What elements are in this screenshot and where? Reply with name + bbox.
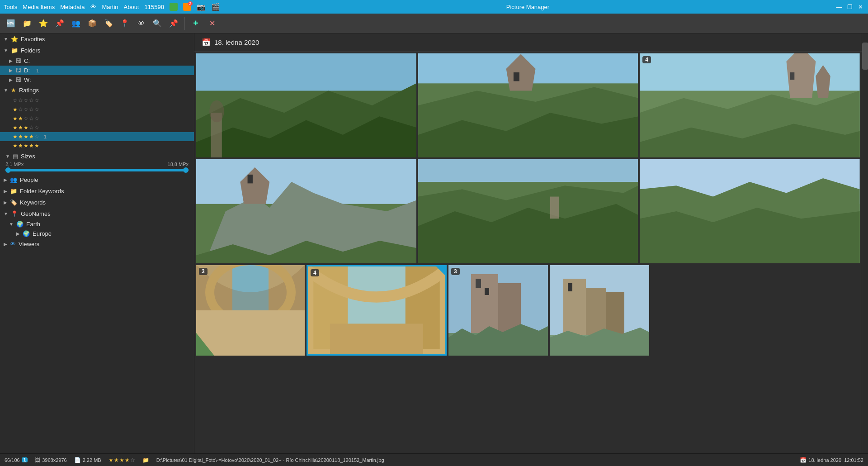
- folder-w-icon: 🖫: [15, 76, 21, 83]
- photo-9[interactable]: 3: [448, 265, 548, 356]
- photo-row-2: [196, 159, 860, 263]
- europe-label: Europe: [33, 230, 52, 237]
- color-box-green[interactable]: [170, 3, 178, 11]
- ratings-arrow: ▼: [4, 88, 8, 93]
- close-sidebar-button[interactable]: ✕: [205, 16, 219, 31]
- date-icon: 📅: [800, 457, 807, 463]
- add-button[interactable]: +: [189, 16, 203, 31]
- photo-6[interactable]: [640, 159, 860, 263]
- folders-section[interactable]: ▼ 📁 Folders: [0, 45, 194, 56]
- photo-10[interactable]: [550, 265, 649, 356]
- kw-label: Keywords: [20, 199, 46, 206]
- right-scrollbar-thumb[interactable]: [862, 43, 868, 70]
- earth-icon: 🌍: [16, 221, 24, 228]
- photo-3[interactable]: 4: [640, 53, 860, 157]
- icon-film[interactable]: 📷: [197, 3, 206, 11]
- count-badge: 115598: [144, 4, 164, 10]
- geo-label: GeoNames: [21, 210, 51, 217]
- statusbar-count: 66/106 1: [5, 457, 28, 463]
- color-box-orange[interactable]: 2: [183, 3, 191, 11]
- sizes-label: Sizes: [21, 153, 35, 160]
- geonames-section[interactable]: ▼ 📍 GeoNames: [0, 208, 194, 219]
- rating-0[interactable]: ☆☆☆☆☆: [0, 96, 194, 105]
- pin-button[interactable]: 📌: [52, 16, 67, 31]
- svg-rect-17: [790, 72, 795, 80]
- folder-keywords-section[interactable]: ▶ 📁 Folder Keywords: [0, 185, 194, 197]
- earth-label: Earth: [26, 221, 40, 228]
- folder-button[interactable]: 📁: [20, 16, 34, 31]
- menu-martin[interactable]: Martin: [102, 4, 118, 10]
- geo-europe[interactable]: ▶ 🌍 Europe: [0, 229, 194, 238]
- rating-1[interactable]: ★☆☆☆☆: [0, 105, 194, 114]
- people-button[interactable]: 👥: [69, 16, 83, 31]
- photo-4[interactable]: [196, 159, 416, 263]
- viewers-icon: 👁: [10, 241, 16, 247]
- folder-d-icon: 🖫: [15, 67, 21, 74]
- fkw-label: Folder Keywords: [20, 188, 64, 195]
- geo-earth[interactable]: ▼ 🌍 Earth: [0, 219, 194, 229]
- rating-3[interactable]: ★★★☆☆: [0, 123, 194, 132]
- photo-8[interactable]: 4: [307, 265, 447, 356]
- slider-thumb-left[interactable]: [5, 167, 11, 173]
- statusbar-dimensions: 🖼 3968x2976: [35, 457, 66, 463]
- menu-tools[interactable]: Tools: [4, 4, 17, 10]
- toolbar: 🆕 📁 ⭐ 📌 👥 📦 🏷️ 📍 👁 🔍 📌 + ✕: [0, 14, 868, 33]
- location-button[interactable]: 📍: [118, 16, 132, 31]
- menu-about[interactable]: About: [124, 4, 139, 10]
- menu-media[interactable]: Media Items: [23, 4, 55, 10]
- ratings-section[interactable]: ▼ ★ Ratings: [0, 85, 194, 96]
- search-button[interactable]: 🔍: [150, 16, 165, 31]
- size-label: 2,22 MB: [83, 457, 101, 463]
- photo-1[interactable]: [196, 53, 416, 157]
- folder-c-label: C:: [24, 57, 30, 64]
- menu-metadata[interactable]: Metadata: [60, 4, 85, 10]
- pushpin-button[interactable]: 📌: [166, 16, 181, 31]
- favorites-arrow: ▼: [4, 37, 8, 42]
- sizes-slider[interactable]: [5, 169, 189, 171]
- new-button[interactable]: 🆕: [4, 16, 18, 31]
- titlebar: Tools Media Items Metadata 👁 Martin Abou…: [0, 0, 868, 14]
- svg-rect-10: [514, 72, 519, 81]
- stars-2: ★★☆☆☆: [13, 115, 39, 122]
- menu-eye-icon[interactable]: 👁: [90, 3, 96, 10]
- favorites-section[interactable]: ▼ ⭐ Favorites: [0, 33, 194, 45]
- photo-row-1: 4: [196, 53, 860, 157]
- photo-2[interactable]: [418, 53, 638, 157]
- icon-clapboard[interactable]: 🎬: [211, 3, 220, 11]
- photo-7[interactable]: 3: [196, 265, 305, 356]
- statusbar-rating: ★★★★☆: [108, 457, 135, 463]
- photo-7-badge: 3: [199, 268, 208, 275]
- stars-3: ★★★☆☆: [13, 124, 39, 131]
- viewers-section[interactable]: ▶ 👁 Viewers: [0, 238, 194, 250]
- sizes-header[interactable]: ▼ ▤ Sizes: [5, 153, 189, 160]
- people-arrow: ▶: [4, 177, 7, 182]
- slider-thumb-right[interactable]: [183, 167, 189, 173]
- restore-button[interactable]: ❐: [846, 3, 854, 10]
- photo-5[interactable]: [418, 159, 638, 263]
- window-controls: — ❐ ✕: [835, 3, 864, 10]
- box-button[interactable]: 📦: [85, 16, 99, 31]
- europe-arrow: ▶: [16, 231, 20, 236]
- favorites-label: Favorites: [21, 36, 45, 43]
- folder-d-arrow: ▶: [9, 68, 13, 73]
- ratings-label: Ratings: [19, 87, 39, 94]
- folder-w[interactable]: ▶ 🖫 W:: [0, 75, 194, 85]
- photo-8-corner: [436, 266, 445, 276]
- minimize-button[interactable]: —: [835, 3, 843, 10]
- svg-rect-57: [568, 283, 572, 291]
- rating-4[interactable]: ★★★★☆ 1: [0, 132, 194, 141]
- favorites-button[interactable]: ⭐: [36, 16, 51, 31]
- rating-2[interactable]: ★★☆☆☆: [0, 114, 194, 123]
- folder-d[interactable]: ▶ 🖫 D: 1: [0, 66, 194, 75]
- rating-5[interactable]: ★★★★★: [0, 141, 194, 150]
- folder-c[interactable]: ▶ 🖫 C:: [0, 56, 194, 66]
- people-section[interactable]: ▶ 👥 People: [0, 174, 194, 185]
- tag-button[interactable]: 🏷️: [101, 16, 116, 31]
- photo-3-badge: 4: [642, 56, 651, 63]
- stars-4: ★★★★☆: [13, 133, 39, 140]
- close-button[interactable]: ✕: [857, 3, 864, 10]
- keywords-section[interactable]: ▶ 🏷️ Keywords: [0, 197, 194, 208]
- folder-d-label: D:: [24, 67, 30, 74]
- statusbar-path: D:\Pictures\01 Digital_Foto\-=Hotovo\202…: [156, 457, 793, 463]
- eye-button[interactable]: 👁: [134, 16, 148, 31]
